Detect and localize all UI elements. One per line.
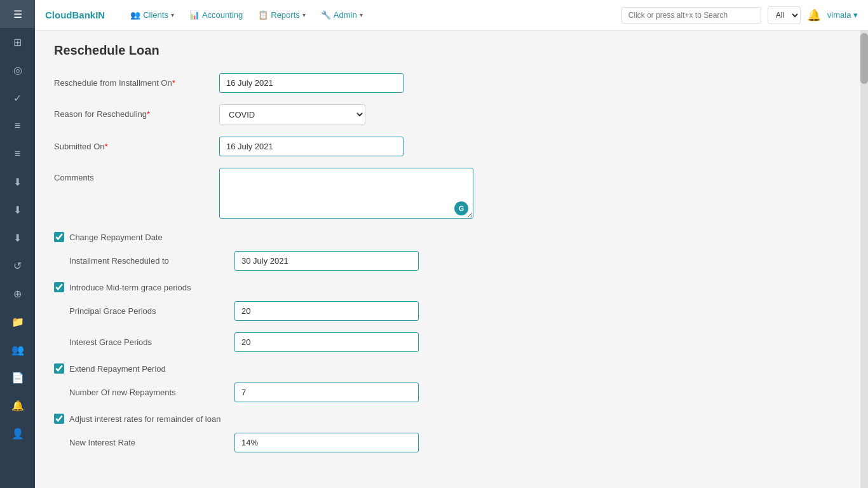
sidebar-icon-download2[interactable]: ⬇: [0, 196, 35, 224]
scrollbar[interactable]: [860, 30, 868, 488]
comments-label: Comments: [54, 168, 219, 182]
adjust-interest-checkbox[interactable]: [54, 414, 64, 424]
reason-group: Reason for Rescheduling* COVID Other: [54, 104, 841, 125]
nav-accounting[interactable]: 📊 Accounting: [183, 6, 249, 24]
installment-rescheduled-group: Installment Rescheduled to: [54, 251, 841, 271]
sidebar-icon-file[interactable]: 📄: [0, 363, 35, 391]
new-interest-label: New Interest Rate: [69, 433, 234, 447]
search-input[interactable]: [621, 7, 761, 24]
extend-repayment-row: Extend Repayment Period: [54, 363, 841, 374]
new-repayments-input[interactable]: [234, 383, 419, 402]
hamburger-icon: ☰: [13, 8, 22, 20]
grammarly-icon: G: [454, 201, 468, 215]
sidebar-icon-folder[interactable]: 📁: [0, 308, 35, 336]
principal-grace-group: Principal Grace Periods: [54, 301, 841, 321]
sidebar-icon-home[interactable]: ⊞: [0, 28, 35, 56]
new-interest-input[interactable]: [234, 433, 419, 452]
reports-icon: 📋: [258, 10, 268, 20]
navbar-right: All 🔔 vimala ▾: [621, 6, 858, 24]
change-repayment-checkbox[interactable]: [54, 232, 64, 242]
adjust-interest-label[interactable]: Adjust interest rates for remainder of l…: [69, 414, 220, 424]
sidebar-icon-users[interactable]: 👥: [0, 336, 35, 363]
extend-repayment-checkbox[interactable]: [54, 363, 64, 374]
new-interest-group: New Interest Rate: [54, 433, 841, 452]
comments-group: Comments G: [54, 168, 841, 220]
sidebar-icon-add-user[interactable]: 👤: [0, 419, 35, 447]
midterm-grace-checkbox[interactable]: [54, 282, 64, 292]
nav-admin[interactable]: 🔧 Admin ▾: [315, 6, 369, 24]
installment-rescheduled-input[interactable]: [234, 251, 419, 271]
reason-label: Reason for Rescheduling*: [54, 104, 219, 119]
sidebar-icon-plus-circle[interactable]: ⊕: [0, 280, 35, 308]
brand-name: CloudBankIN: [45, 10, 105, 20]
page-title: Reschedule Loan: [54, 43, 841, 58]
accounting-icon: 📊: [189, 10, 200, 20]
admin-icon: 🔧: [321, 10, 331, 20]
nav-clients[interactable]: 👥 Clients ▾: [124, 6, 180, 24]
principal-grace-input[interactable]: [234, 301, 419, 321]
sidebar-icon-download3[interactable]: ⬇: [0, 224, 35, 252]
submitted-on-group: Submitted On*: [54, 137, 841, 156]
submitted-on-label: Submitted On*: [54, 137, 219, 151]
sidebar: ☰ ⊞ ◎ ✓ ≡ ≡ ⬇ ⬇ ⬇ ↺ ⊕ 📁 👥 📄 🔔 👤: [0, 0, 35, 488]
installment-rescheduled-label: Installment Rescheduled to: [69, 251, 234, 266]
adjust-interest-row: Adjust interest rates for remainder of l…: [54, 414, 841, 424]
clients-icon: 👥: [130, 10, 140, 20]
user-caret-icon: ▾: [853, 10, 858, 20]
principal-grace-label: Principal Grace Periods: [69, 301, 234, 316]
clients-caret-icon: ▾: [171, 11, 174, 18]
notification-bell-icon[interactable]: 🔔: [807, 8, 821, 22]
submitted-on-input[interactable]: [219, 137, 403, 156]
midterm-grace-label[interactable]: Introduce Mid-term grace periods: [69, 283, 191, 292]
sidebar-icon-download1[interactable]: ⬇: [0, 168, 35, 196]
navbar: CloudBankIN 👥 Clients ▾ 📊 Accounting 📋 R…: [35, 0, 868, 30]
nav-menu: 👥 Clients ▾ 📊 Accounting 📋 Reports ▾ 🔧 A…: [124, 6, 369, 24]
midterm-grace-row: Introduce Mid-term grace periods: [54, 282, 841, 292]
reschedule-from-label: Reschedule from Installment On*: [54, 73, 219, 88]
sidebar-icon-check[interactable]: ✓: [0, 84, 35, 112]
sidebar-icon-refresh[interactable]: ↺: [0, 252, 35, 280]
nav-admin-label: Admin: [334, 10, 357, 20]
scrollbar-thumb: [860, 33, 868, 84]
comments-wrapper: G: [219, 168, 473, 220]
new-repayments-group: Number Of new Repayments: [54, 383, 841, 402]
sidebar-icon-list1[interactable]: ≡: [0, 112, 35, 140]
nav-reports-label: Reports: [271, 10, 300, 20]
interest-grace-label: Interest Grace Periods: [69, 332, 234, 347]
nav-reports[interactable]: 📋 Reports ▾: [252, 6, 312, 24]
extend-repayment-label[interactable]: Extend Repayment Period: [69, 364, 166, 374]
content-area: Reschedule Loan Reschedule from Installm…: [35, 30, 868, 488]
admin-caret-icon: ▾: [360, 11, 363, 18]
user-name-label[interactable]: vimala ▾: [827, 10, 858, 20]
interest-grace-group: Interest Grace Periods: [54, 332, 841, 352]
nav-clients-label: Clients: [143, 10, 168, 20]
change-repayment-row: Change Repayment Date: [54, 232, 841, 242]
page-content: Reschedule Loan Reschedule from Installm…: [35, 30, 860, 488]
nav-accounting-label: Accounting: [202, 10, 243, 20]
comments-textarea[interactable]: [219, 168, 473, 219]
sidebar-hamburger[interactable]: ☰: [0, 0, 35, 28]
reschedule-from-group: Reschedule from Installment On*: [54, 73, 841, 93]
new-repayments-label: Number Of new Repayments: [69, 383, 234, 397]
change-repayment-label[interactable]: Change Repayment Date: [69, 233, 163, 242]
reports-caret-icon: ▾: [302, 11, 306, 18]
reschedule-from-input[interactable]: [219, 73, 403, 93]
interest-grace-input[interactable]: [234, 332, 419, 352]
sidebar-icon-list2[interactable]: ≡: [0, 140, 35, 168]
search-scope-select[interactable]: All: [768, 6, 801, 24]
sidebar-icon-target[interactable]: ◎: [0, 56, 35, 84]
sidebar-icon-bell[interactable]: 🔔: [0, 391, 35, 419]
reason-select[interactable]: COVID Other: [219, 104, 365, 125]
